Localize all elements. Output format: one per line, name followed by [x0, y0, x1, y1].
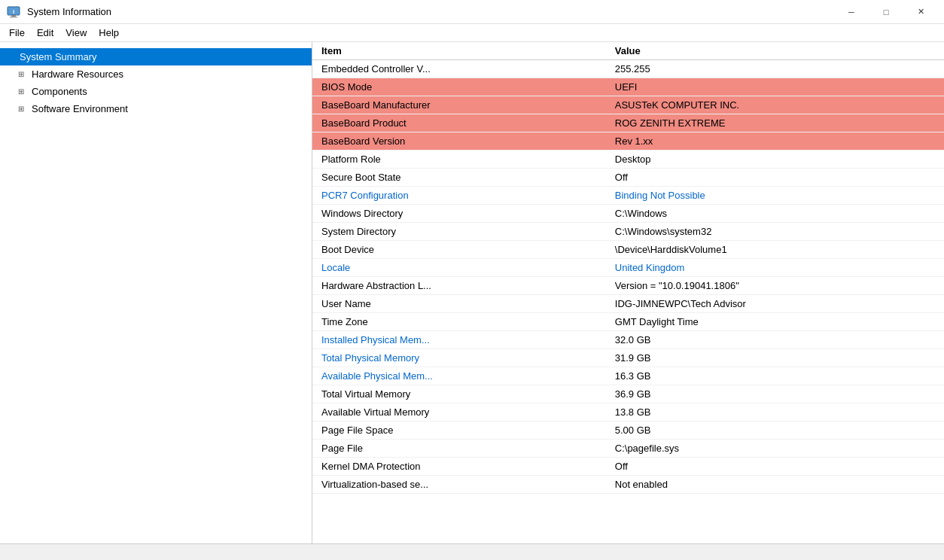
table-cell-value: C:\Windows	[606, 205, 944, 223]
table-row: Kernel DMA ProtectionOff	[312, 458, 944, 476]
minimize-button[interactable]: ─	[834, 0, 869, 24]
table-cell-item: Total Physical Memory	[312, 349, 606, 367]
close-button[interactable]: ✕	[903, 0, 938, 24]
table-cell-value: Version = "10.0.19041.1806"	[606, 277, 944, 295]
table-row: Available Virtual Memory13.8 GB	[312, 403, 944, 422]
table-row: BaseBoard VersionRev 1.xx	[312, 132, 944, 151]
table-row: User NameIDG-JIMNEWPC\Tech Advisor	[312, 295, 944, 313]
table-cell-value: 31.9 GB	[606, 349, 944, 367]
table-cell-value: GMT Daylight Time	[606, 313, 944, 331]
table-row: LocaleUnited Kingdom	[312, 259, 944, 277]
table-cell-item: Embedded Controller V...	[312, 60, 606, 78]
table-cell-item: Time Zone	[312, 313, 606, 331]
table-cell-item: Kernel DMA Protection	[312, 458, 606, 476]
table-cell-value: Binding Not Possible	[606, 187, 944, 205]
expand-icon-hardware-resources: ⊞	[18, 70, 29, 78]
table-row: BaseBoard ManufacturerASUSTeK COMPUTER I…	[312, 96, 944, 114]
table-cell-item: Virtualization-based se...	[312, 476, 606, 494]
table-cell-value: Not enabled	[606, 476, 944, 494]
col-value: Value	[606, 42, 944, 60]
table-cell-value: United Kingdom	[606, 259, 944, 277]
left-panel: System Summary ⊞ Hardware Resources ⊞ Co…	[0, 42, 312, 543]
menu-bar: File Edit View Help	[0, 24, 944, 42]
table-cell-value: 32.0 GB	[606, 331, 944, 349]
svg-rect-2	[10, 17, 17, 18]
table-cell-item: Total Virtual Memory	[312, 385, 606, 403]
table-cell-item: Secure Boot State	[312, 169, 606, 187]
table-cell-item: User Name	[312, 295, 606, 313]
table-row: Windows DirectoryC:\Windows	[312, 205, 944, 223]
table-row: PCR7 ConfigurationBinding Not Possible	[312, 187, 944, 205]
table-row: BaseBoard ProductROG ZENITH EXTREME	[312, 114, 944, 132]
table-row: Installed Physical Mem...32.0 GB	[312, 331, 944, 349]
sidebar-item-hardware-resources[interactable]: ⊞ Hardware Resources	[0, 65, 312, 83]
table-row: Platform RoleDesktop	[312, 151, 944, 169]
expand-icon-components: ⊞	[18, 87, 29, 96]
table-cell-item: Available Virtual Memory	[312, 403, 606, 422]
title-bar-title: System Information	[27, 6, 111, 17]
table-row: Virtualization-based se...Not enabled	[312, 476, 944, 494]
table-cell-item: Platform Role	[312, 151, 606, 169]
table-cell-value: ASUSTeK COMPUTER INC.	[606, 96, 944, 114]
table-cell-item: Locale	[312, 259, 606, 277]
table-cell-item: Available Physical Mem...	[312, 367, 606, 385]
sidebar-label-software-environment: Software Environment	[32, 103, 128, 114]
sidebar-item-software-environment[interactable]: ⊞ Software Environment	[0, 100, 312, 117]
sidebar-label-system-summary: System Summary	[20, 51, 97, 62]
table-row: Embedded Controller V...255.255	[312, 60, 944, 78]
table-cell-value: 16.3 GB	[606, 367, 944, 385]
table-row: Time ZoneGMT Daylight Time	[312, 313, 944, 331]
table-cell-item: PCR7 Configuration	[312, 187, 606, 205]
table-cell-value: IDG-JIMNEWPC\Tech Advisor	[606, 295, 944, 313]
table-cell-item: BaseBoard Manufacturer	[312, 96, 606, 114]
table-cell-item: Page File Space	[312, 422, 606, 440]
table-cell-item: Windows Directory	[312, 205, 606, 223]
table-cell-value: \Device\HarddiskVolume1	[606, 241, 944, 259]
table-cell-item: Boot Device	[312, 241, 606, 259]
main-content: System Summary ⊞ Hardware Resources ⊞ Co…	[0, 42, 944, 543]
table-cell-value: ROG ZENITH EXTREME	[606, 114, 944, 132]
maximize-button[interactable]: □	[869, 0, 903, 24]
table-cell-value: Rev 1.xx	[606, 132, 944, 151]
table-row: Boot Device\Device\HarddiskVolume1	[312, 241, 944, 259]
table-cell-value: Desktop	[606, 151, 944, 169]
menu-view[interactable]: View	[59, 26, 93, 40]
title-bar-left: i System Information	[6, 5, 111, 20]
menu-edit[interactable]: Edit	[31, 26, 59, 40]
right-panel: Item Value Embedded Controller V...255.2…	[312, 42, 944, 543]
table-cell-value: C:\pagefile.sys	[606, 440, 944, 458]
table-row: Page File Space5.00 GB	[312, 422, 944, 440]
table-row: System DirectoryC:\Windows\system32	[312, 223, 944, 241]
table-cell-value: Off	[606, 458, 944, 476]
table-cell-item: BIOS Mode	[312, 78, 606, 96]
table-cell-value: Off	[606, 169, 944, 187]
svg-rect-1	[11, 15, 16, 17]
status-bar	[0, 543, 944, 560]
sidebar-label-components: Components	[32, 86, 87, 97]
table-cell-value: 36.9 GB	[606, 385, 944, 403]
svg-text:i: i	[13, 8, 14, 15]
sidebar-label-hardware-resources: Hardware Resources	[32, 68, 123, 80]
menu-file[interactable]: File	[3, 26, 31, 40]
table-cell-item: Page File	[312, 440, 606, 458]
table-cell-value: 13.8 GB	[606, 403, 944, 422]
expand-icon-software-environment: ⊞	[18, 105, 29, 113]
table-row: BIOS ModeUEFI	[312, 78, 944, 96]
table-cell-item: BaseBoard Product	[312, 114, 606, 132]
table-cell-value: 5.00 GB	[606, 422, 944, 440]
table-row: Page FileC:\pagefile.sys	[312, 440, 944, 458]
table-cell-item: BaseBoard Version	[312, 132, 606, 151]
table-cell-value: 255.255	[606, 60, 944, 78]
table-cell-item: System Directory	[312, 223, 606, 241]
table-row: Available Physical Mem...16.3 GB	[312, 367, 944, 385]
table-cell-value: UEFI	[606, 78, 944, 96]
sidebar-item-system-summary[interactable]: System Summary	[0, 48, 312, 65]
sidebar-item-components[interactable]: ⊞ Components	[0, 83, 312, 100]
table-row: Total Physical Memory31.9 GB	[312, 349, 944, 367]
table-row: Total Virtual Memory36.9 GB	[312, 385, 944, 403]
app-icon: i	[6, 5, 21, 20]
menu-help[interactable]: Help	[93, 26, 125, 40]
col-item: Item	[312, 42, 606, 60]
table-cell-item: Hardware Abstraction L...	[312, 277, 606, 295]
title-bar-controls: ─ □ ✕	[834, 0, 938, 24]
